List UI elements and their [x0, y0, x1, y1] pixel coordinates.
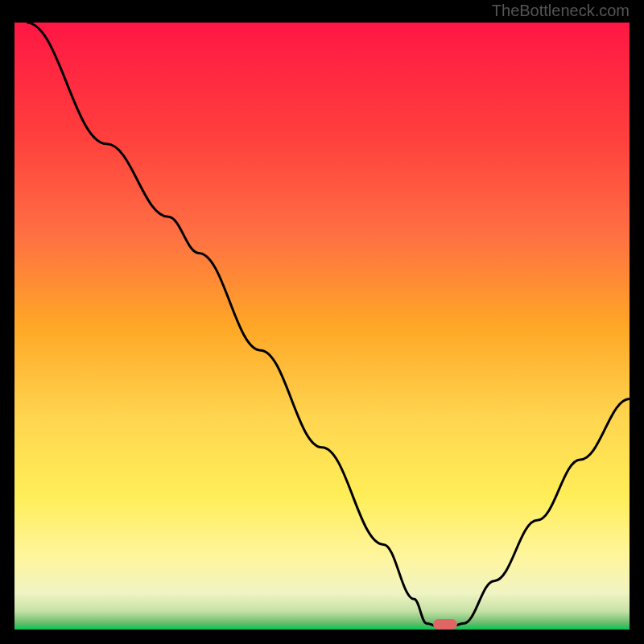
chart-plot — [14, 23, 630, 630]
watermark-text: TheBottleneck.com — [492, 2, 630, 20]
optimal-marker — [433, 619, 457, 630]
gradient-background — [14, 23, 630, 630]
chart-container — [14, 23, 630, 630]
